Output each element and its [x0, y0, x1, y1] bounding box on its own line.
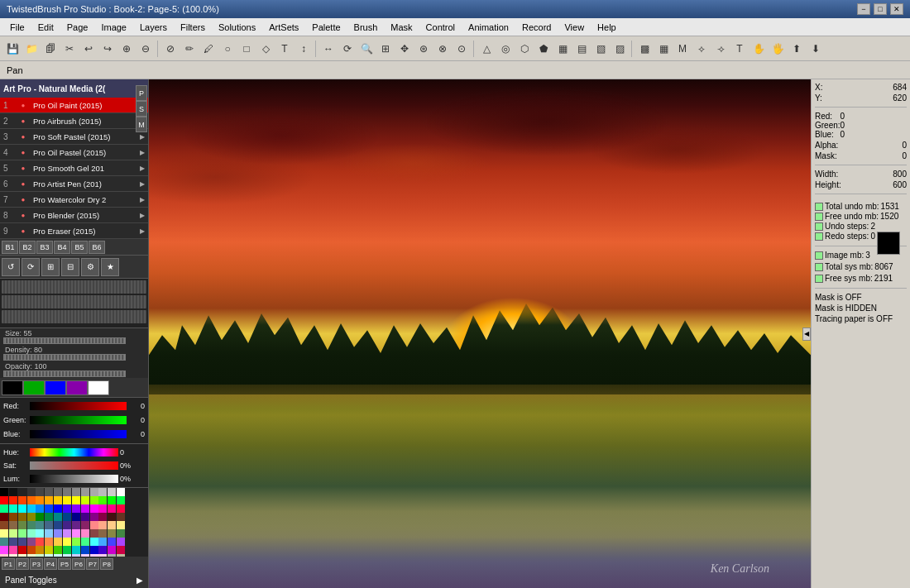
swatch-purple[interactable]: [66, 380, 88, 395]
maximize-button[interactable]: □: [874, 3, 887, 15]
palette-cell-102[interactable]: [36, 546, 44, 554]
b-button-b6[interactable]: B6: [89, 241, 105, 254]
palette-cell-98[interactable]: [0, 546, 8, 554]
palette-cell-4[interactable]: [36, 488, 44, 496]
palette-cell-17[interactable]: [27, 496, 36, 504]
palette-cell-72[interactable]: [18, 529, 26, 538]
palette-cell-73[interactable]: [27, 529, 36, 538]
brush-expand-arrow[interactable]: ▶: [140, 212, 145, 219]
palette-cell-58[interactable]: [18, 521, 26, 529]
palette-cell-18[interactable]: [36, 496, 44, 504]
toolbar-btn-16[interactable]: ↔: [319, 40, 338, 58]
toolbar-btn-33[interactable]: ▦: [654, 40, 673, 58]
toolbar-btn-40[interactable]: ⬆: [788, 40, 806, 58]
p-button-p3[interactable]: P3: [30, 558, 43, 570]
menu-item-control[interactable]: Control: [419, 21, 462, 34]
toolbar-btn-3[interactable]: ✂: [60, 40, 79, 58]
palette-cell-37[interactable]: [81, 504, 89, 513]
menu-item-file[interactable]: File: [3, 21, 31, 34]
palette-cell-66[interactable]: [90, 521, 98, 529]
palette-cell-53[interactable]: [98, 513, 107, 521]
hue-slider[interactable]: [30, 448, 118, 457]
toolbar-btn-14[interactable]: T: [275, 40, 294, 58]
toolbar-btn-5[interactable]: ↪: [98, 40, 117, 58]
p-button-p5[interactable]: P5: [58, 558, 71, 570]
swatch-black[interactable]: [2, 380, 23, 395]
painting[interactable]: Ken Carlson: [149, 79, 811, 588]
palette-cell-93[interactable]: [81, 538, 89, 546]
palette-cell-49[interactable]: [63, 513, 71, 521]
palette-cell-104[interactable]: [54, 546, 62, 554]
toolbar-btn-27[interactable]: ⬟: [534, 40, 553, 58]
palette-cell-97[interactable]: [117, 538, 125, 546]
brush-item-8[interactable]: 9 ● Pro Eraser (2015) ▶: [0, 223, 148, 239]
brush-ctrl-1[interactable]: ↺: [2, 258, 20, 276]
b-button-b3[interactable]: B3: [36, 241, 53, 254]
palette-cell-59[interactable]: [27, 521, 36, 529]
close-button[interactable]: ✕: [890, 3, 903, 15]
palette-cell-68[interactable]: [108, 521, 116, 529]
menu-item-filters[interactable]: Filters: [174, 21, 212, 34]
brush-item-4[interactable]: 5 ● Pro Smooth Gel 201 ▶: [0, 160, 148, 176]
toolbar-btn-2[interactable]: 🗐: [41, 40, 60, 58]
brush-item-3[interactable]: 4 ● Pro Oil Pastel (2015) ▶: [0, 145, 148, 160]
palette-cell-50[interactable]: [72, 513, 80, 521]
palette-cell-38[interactable]: [90, 504, 98, 513]
density-slider[interactable]: [3, 354, 126, 361]
palette-cell-83[interactable]: [117, 529, 125, 538]
brush-item-7[interactable]: 8 ● Pro Blender (2015) ▶: [0, 208, 148, 223]
toolbar-btn-25[interactable]: ◎: [496, 40, 515, 58]
pmls-btn-m[interactable]: M: [136, 117, 147, 132]
toolbar-btn-32[interactable]: ▩: [635, 40, 654, 58]
brush-item-1[interactable]: 2 ● Pro Airbrush (2015) ▶: [0, 113, 148, 129]
menu-item-layers[interactable]: Layers: [133, 21, 174, 34]
brush-item-6[interactable]: 7 ● Pro Watercolor Dry 2 ▶: [0, 192, 148, 208]
palette-cell-2[interactable]: [18, 488, 26, 496]
palette-cell-88[interactable]: [36, 538, 44, 546]
palette-cell-85[interactable]: [9, 538, 17, 546]
palette-cell-42[interactable]: [0, 513, 8, 521]
palette-cell-51[interactable]: [81, 513, 89, 521]
pmls-btn-p[interactable]: P: [136, 85, 147, 101]
toolbar-btn-34[interactable]: M: [673, 40, 692, 58]
menu-item-artsets[interactable]: ArtSets: [262, 21, 305, 34]
palette-cell-65[interactable]: [81, 521, 89, 529]
palette-cell-109[interactable]: [98, 546, 107, 554]
canvas-area[interactable]: Ken Carlson: [149, 79, 811, 588]
palette-cell-81[interactable]: [98, 529, 107, 538]
palette-cell-91[interactable]: [63, 538, 71, 546]
brush-ctrl-4[interactable]: ⊟: [61, 258, 79, 276]
palette-cell-79[interactable]: [81, 529, 89, 538]
palette-cell-111[interactable]: [117, 546, 125, 554]
palette-cell-86[interactable]: [18, 538, 26, 546]
red-slider[interactable]: [30, 402, 127, 410]
menu-item-page[interactable]: Page: [60, 21, 95, 34]
palette-cell-82[interactable]: [108, 529, 116, 538]
palette-cell-27[interactable]: [117, 496, 125, 504]
palette-cell-12[interactable]: [108, 488, 116, 496]
palette-cell-84[interactable]: [0, 538, 8, 546]
toolbar-btn-41[interactable]: ⬇: [807, 40, 825, 58]
toolbar-btn-18[interactable]: 🔍: [357, 40, 376, 58]
lum-slider[interactable]: [30, 475, 118, 483]
palette-cell-21[interactable]: [63, 496, 71, 504]
b-button-b5[interactable]: B5: [71, 241, 88, 254]
palette-cell-89[interactable]: [45, 538, 53, 546]
swatch-blue[interactable]: [45, 380, 66, 395]
palette-cell-44[interactable]: [18, 513, 26, 521]
palette-cell-74[interactable]: [36, 529, 44, 538]
brush-expand-arrow[interactable]: ▶: [140, 227, 145, 235]
palette-cell-60[interactable]: [36, 521, 44, 529]
menu-item-view[interactable]: View: [558, 21, 591, 34]
palette-cell-3[interactable]: [27, 488, 36, 496]
brush-expand-arrow[interactable]: ▶: [140, 180, 145, 188]
palette-cell-5[interactable]: [45, 488, 53, 496]
brush-expand-arrow[interactable]: ▶: [140, 165, 145, 172]
toolbar-btn-11[interactable]: ○: [218, 40, 237, 58]
palette-cell-56[interactable]: [0, 521, 8, 529]
size-slider[interactable]: [3, 337, 126, 344]
brush-item-2[interactable]: 3 ● Pro Soft Pastel (2015) ▶: [0, 129, 148, 145]
palette-cell-55[interactable]: [117, 513, 125, 521]
palette-cell-30[interactable]: [18, 504, 26, 513]
palette-cell-100[interactable]: [18, 546, 26, 554]
